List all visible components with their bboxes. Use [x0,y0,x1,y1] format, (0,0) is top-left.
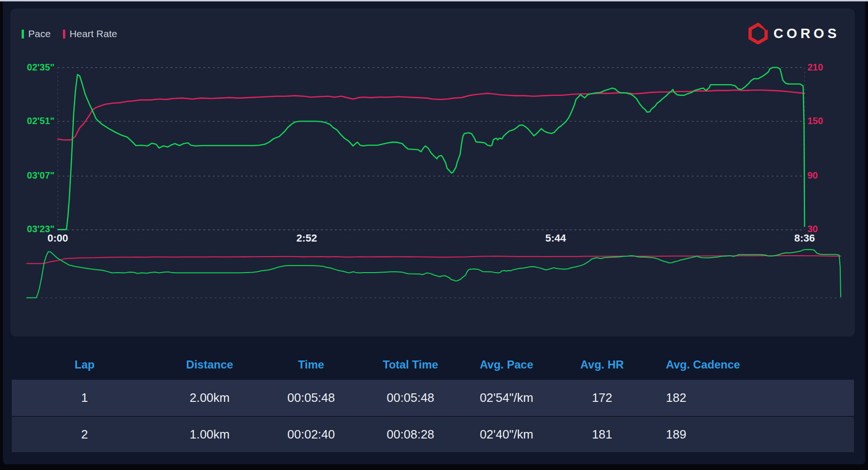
activity-page: Pace Heart Rate COROS 02'35" 02'51" 03'0… [3,1,865,464]
pace-color-swatch [22,30,24,39]
coros-hexagon-icon [747,23,769,44]
hr-tick-2: 150 [807,116,836,126]
heart-rate-line-main [58,90,805,140]
col-header-avg-pace: Avg. Pace [461,358,552,371]
legend-item-pace[interactable]: Pace [22,28,51,39]
time-tick-1: 0:00 [47,233,68,243]
hr-tick-1: 210 [807,62,836,72]
time-tick-4: 8:36 [794,233,815,243]
time-tick-3: 5:44 [545,233,566,243]
table-row-lap-1[interactable]: 1 2.00km 00:05:48 00:05:48 02'54"/km 172… [12,380,854,416]
pace-heart-rate-chart[interactable] [10,8,855,337]
lap-avg-cadence: 182 [652,391,854,405]
col-header-distance: Distance [157,358,262,371]
col-header-time: Time [262,358,361,371]
coros-logo: COROS [747,23,840,44]
col-header-lap: Lap [12,358,157,371]
hr-tick-3: 90 [807,170,836,180]
lap-time: 00:02:40 [262,427,361,442]
lap-number: 2 [12,427,157,442]
heart-rate-legend-label: Heart Rate [70,28,117,39]
lap-avg-hr: 181 [552,427,652,442]
pace-tick-2: 02'51" [26,116,54,126]
heart-rate-color-swatch [63,30,65,39]
lap-avg-hr: 172 [552,391,652,405]
lap-total-time: 00:08:28 [360,427,460,442]
lap-number: 1 [12,391,157,405]
pace-tick-1: 02'35" [26,62,54,72]
col-header-total-time: Total Time [360,358,460,371]
lap-avg-cadence: 189 [652,427,854,442]
lap-avg-pace: 02'40"/km [461,427,552,442]
chart-legend: Pace Heart Rate [22,28,117,39]
lap-distance: 1.00km [157,427,262,442]
coros-wordmark: COROS [774,26,840,41]
pace-line-main [58,68,805,230]
pace-legend-label: Pace [28,28,51,39]
lap-total-time: 00:05:48 [360,391,460,405]
time-tick-2: 2:52 [296,233,317,243]
chart-card: Pace Heart Rate COROS 02'35" 02'51" 03'0… [10,8,855,337]
lap-table: Lap Distance Time Total Time Avg. Pace A… [12,349,854,452]
pace-tick-3: 03'07" [26,170,54,180]
legend-item-heart-rate[interactable]: Heart Rate [63,28,117,39]
lap-table-header: Lap Distance Time Total Time Avg. Pace A… [12,349,854,380]
lap-distance: 2.00km [157,391,262,405]
lap-time: 00:05:48 [262,391,361,405]
col-header-avg-cadence: Avg. Cadence [652,358,854,371]
col-header-avg-hr: Avg. HR [552,358,652,371]
lap-avg-pace: 02'54"/km [461,391,552,405]
table-row-lap-2[interactable]: 2 1.00km 00:02:40 00:08:28 02'40"/km 181… [12,417,854,452]
